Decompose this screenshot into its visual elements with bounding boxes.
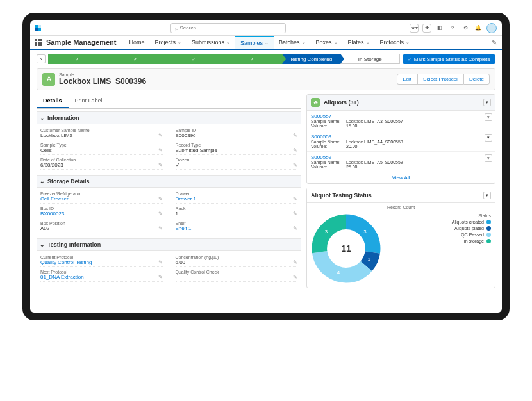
edit-button[interactable]: Edit (397, 74, 417, 85)
aliquot-link[interactable]: S000559 (311, 154, 491, 160)
field-sample-type: Sample TypeCells✎ (40, 142, 163, 155)
chevron-down-icon[interactable]: ⌄ (40, 178, 45, 184)
edit-field-icon[interactable]: ✎ (293, 147, 297, 153)
field-shelf: ShelfShelf 1✎ (176, 220, 298, 233)
edit-field-icon[interactable]: ✎ (158, 133, 163, 138)
aliquot-item: S000559Sample Name:Lockbox LIMS_A5_S0005… (307, 152, 495, 172)
field-rack: Rack1✎ (176, 205, 298, 218)
edit-field-icon[interactable]: ✎ (293, 133, 297, 138)
stage-path: › Testing CompletedIn Storage Mark Sampl… (37, 54, 495, 64)
segment-label: 1 (367, 256, 370, 262)
view-all-link[interactable]: View All (307, 172, 495, 183)
mark-complete-button[interactable]: Mark Sample Status as Complete (403, 54, 495, 64)
nav-samples[interactable]: Samples⌄ (235, 36, 274, 49)
legend-item: Aliquots created (387, 220, 491, 224)
nav-submissions[interactable]: Submissions⌄ (187, 36, 235, 49)
edit-field-icon[interactable]: ✎ (158, 162, 163, 168)
global-search[interactable]: ⌕ (170, 23, 286, 33)
field-sample-id: Sample IDS000396✎ (176, 127, 298, 140)
nav-home[interactable]: Home (124, 36, 149, 49)
select-protocol-button[interactable]: Select Protocol (417, 74, 463, 85)
stage-2[interactable] (165, 54, 223, 64)
chart-total: 11 (341, 243, 351, 254)
path-expand-button[interactable]: › (37, 54, 46, 63)
field-frozen: Frozen✓✎ (176, 156, 298, 170)
aliquot-item: S000557Sample Name:Lockbox LIMS_A3_S0005… (307, 111, 495, 131)
tab-details[interactable]: Details (37, 94, 69, 108)
section-information: ⌄Information Customer Sample NameLockbox… (37, 111, 301, 172)
aliquot-link[interactable]: S000557 (311, 113, 491, 119)
field-date-of-collection: Date of Collection6/30/2023✎ (40, 156, 163, 170)
record-header: ☘ Sample Lockbox LIMS_S000396 EditSelect… (37, 68, 495, 90)
trailhead-icon[interactable]: ◧ (435, 24, 444, 33)
add-button[interactable]: ✚ (422, 24, 431, 33)
edit-field-icon[interactable]: ✎ (158, 211, 163, 217)
aliquots-menu-button[interactable]: ▾ (483, 99, 491, 106)
favorites-button[interactable]: ★▾ (410, 24, 419, 33)
setup-gear-icon[interactable]: ⚙ (461, 24, 470, 33)
field-customer-sample-name: Customer Sample NameLockbox LIMS✎ (40, 127, 163, 140)
aliquot-link[interactable]: S000558 (311, 134, 491, 140)
sample-icon: ☘ (42, 73, 55, 86)
aliquot-item: S000558Sample Name:Lockbox LIMS_A4_S0005… (307, 131, 495, 152)
stage-5[interactable]: In Storage (340, 54, 400, 64)
aliquot-menu-button[interactable]: ▾ (485, 113, 492, 121)
edit-field-icon[interactable]: ✎ (158, 196, 163, 202)
edit-field-icon[interactable]: ✎ (293, 211, 297, 217)
field-drawer: DrawerDrawer 1✎ (176, 190, 298, 204)
app-logo (35, 25, 41, 31)
legend-item: QC Passed (387, 233, 491, 237)
segment-label: 3 (363, 229, 366, 234)
global-header: ⌕ ★▾ ✚ ◧ ? ⚙ 🔔 (30, 20, 502, 36)
stage-3[interactable] (223, 54, 281, 64)
nav-projects[interactable]: Projects⌄ (149, 36, 187, 49)
legend-item: Aliquots plated (387, 226, 491, 231)
notifications-icon[interactable]: 🔔 (474, 24, 483, 33)
app-nav: Sample Management HomeProjects⌄Submissio… (30, 36, 502, 50)
nav-plates[interactable]: Plates⌄ (343, 36, 375, 49)
edit-nav-icon[interactable]: ✎ (492, 39, 497, 46)
aliquots-card: ☘ Aliquots (3+) ▾ S000557Sample Name:Loc… (306, 94, 495, 184)
aliquot-icon: ☘ (311, 98, 320, 107)
edit-field-icon[interactable]: ✎ (158, 225, 163, 231)
chart-axis-label: Record Count (307, 203, 495, 209)
section-storage: ⌄Storage Details Freezer/RefrigeratorCel… (37, 175, 301, 236)
edit-field-icon[interactable]: ✎ (293, 225, 297, 231)
nav-boxes[interactable]: Boxes⌄ (311, 36, 343, 49)
edit-field-icon[interactable]: ✎ (158, 147, 163, 153)
search-input[interactable] (180, 25, 281, 31)
field-freezer: Freezer/RefrigeratorCell Freezer✎ (40, 190, 163, 204)
app-title: Sample Management (46, 38, 116, 46)
section-testing: ⌄Testing Information Current ProtocolQua… (37, 238, 301, 284)
stage-0[interactable] (48, 54, 106, 64)
nav-batches[interactable]: Batches⌄ (274, 36, 311, 49)
edit-field-icon[interactable]: ✎ (293, 162, 297, 168)
field-qc-check: Quality Control Check✎ (176, 268, 298, 282)
chart-menu-button[interactable]: ▾ (483, 192, 491, 199)
edit-field-icon[interactable]: ✎ (293, 196, 297, 202)
chevron-down-icon[interactable]: ⌄ (40, 115, 45, 121)
field-box-id: Box IDBX000023✎ (40, 205, 163, 218)
edit-field-icon[interactable]: ✎ (293, 259, 297, 265)
record-type-label: Sample (59, 72, 146, 77)
edit-field-icon[interactable]: ✎ (158, 259, 163, 265)
nav-protocols[interactable]: Protocols⌄ (375, 36, 415, 49)
aliquot-menu-button[interactable]: ▾ (485, 154, 492, 162)
tab-print-label[interactable]: Print Label (69, 94, 109, 108)
app-launcher-icon[interactable] (35, 39, 42, 46)
stage-1[interactable] (106, 54, 165, 64)
delete-button[interactable]: Delete (463, 74, 490, 85)
user-avatar[interactable] (486, 23, 497, 33)
field-current-protocol: Current ProtocolQuality Control Testing✎ (40, 254, 163, 267)
chevron-down-icon[interactable]: ⌄ (40, 241, 45, 248)
edit-field-icon[interactable]: ✎ (293, 274, 297, 280)
edit-field-icon[interactable]: ✎ (158, 274, 163, 280)
field-box-position: Box PositionA02✎ (40, 220, 163, 233)
chart-card: Aliquot Testing Status ▾ Record Count 11… (306, 188, 495, 288)
help-icon[interactable]: ? (448, 24, 457, 33)
segment-label: 4 (337, 270, 340, 275)
donut-chart: 11 3143 (311, 213, 381, 284)
stage-4[interactable]: Testing Completed (282, 54, 340, 64)
aliquot-menu-button[interactable]: ▾ (485, 134, 492, 142)
record-title: Lockbox LIMS_S000396 (59, 77, 146, 86)
